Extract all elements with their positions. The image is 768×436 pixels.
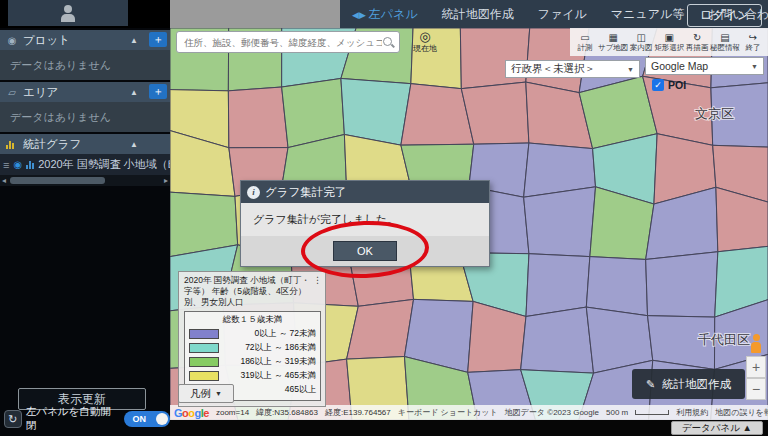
collapse-icon[interactable]: ▲ [130, 36, 138, 45]
bottom-bar: データパネル ▲ [170, 420, 768, 436]
auto-open-close-switch[interactable]: ON [124, 411, 170, 427]
legend-swatch [189, 329, 219, 339]
map-copyright: 地図データ ©2023 Google [505, 407, 599, 418]
poi-checkbox-row[interactable]: ✓ POI [652, 79, 686, 91]
menu-file[interactable]: ファイル [538, 6, 587, 23]
user-avatar-tab[interactable] [8, 0, 128, 26]
stats-graph-item[interactable]: ≡ ◉ 2020年 国勢調査 小地域（町丁 [0, 154, 170, 175]
checkbox-checked-icon[interactable]: ✓ [652, 79, 664, 91]
area-section-header[interactable]: ▱ エリア ▲ ＋ [0, 82, 170, 102]
scrollbar-thumb[interactable] [10, 177, 105, 184]
tool-redraw[interactable]: ↻再描画 [685, 29, 709, 55]
keyboard-shortcuts-link[interactable]: キーボード ショートカット [398, 407, 498, 418]
legend-row: 72以上 ～ 186未満 [189, 342, 316, 354]
scale-label: 500 m [606, 408, 628, 417]
longitude-readout: 経度:E139.764567 [325, 407, 391, 418]
dialog-title-bar[interactable]: i グラフ集計完了 [241, 181, 489, 203]
menu-left-panel[interactable]: ◀▶左パネル [352, 6, 418, 23]
address-search-box [176, 31, 400, 53]
zoom-in-button[interactable]: + [746, 356, 766, 378]
tool-sub-map[interactable]: ▦サブ地図 [598, 29, 628, 55]
kebab-menu-icon[interactable]: ⋮ [313, 275, 322, 287]
user-avatar-icon [58, 3, 78, 23]
scroll-left-icon[interactable]: ◂ [2, 175, 6, 186]
search-icon[interactable] [382, 36, 395, 49]
chevron-down-icon: ▼ [215, 390, 222, 397]
report-map-error-link[interactable]: 地図の誤りを報告する [715, 407, 768, 418]
pegman-icon[interactable] [748, 334, 764, 354]
plot-section-header[interactable]: ◉ プロット ▲ ＋ [0, 30, 170, 50]
menu-make-statistical-map[interactable]: 統計地図作成 [442, 6, 514, 23]
login-button[interactable]: ログイン [687, 4, 762, 27]
ok-button[interactable]: OK [333, 241, 397, 261]
legend-row: 319以上 ～ 465未満 [189, 370, 316, 382]
legend-header: 2020年 国勢調査 小地域（町丁・字等） 年齢（5歳階級、4区分）別、男女別人… [184, 275, 321, 308]
dialog-footer: OK [241, 236, 489, 266]
collapse-icon[interactable]: ▲ [130, 88, 138, 97]
legend-row: 0以上 ～ 72未満 [189, 328, 316, 340]
plot-section-title: プロット [23, 33, 70, 48]
area-icon: ▱ [6, 87, 18, 98]
map-region-label: 千代田区 [698, 332, 750, 347]
exit-icon: ↪ [749, 32, 757, 43]
data-panel-button[interactable]: データパネル ▲ [671, 421, 763, 435]
top-header: ◀▶左パネル 統計地図作成 ファイル マニュアル等 お問い合わせ ログイン [0, 0, 768, 28]
info-icon: i [247, 186, 260, 199]
collapse-icon[interactable]: ▲ [130, 140, 138, 149]
header-left [0, 0, 170, 28]
redraw-icon: ↻ [693, 32, 701, 43]
auto-toggle-icon[interactable]: ↻ [4, 410, 22, 428]
basemap-select[interactable]: Google Map ▼ [645, 57, 764, 75]
map-region-label: 文京区 [695, 106, 734, 121]
legend-swatch [189, 343, 219, 353]
map-status-bar: Google zoom=14 緯度:N35.684863 経度:E139.764… [170, 405, 768, 420]
dialog-title: グラフ集計完了 [265, 185, 346, 200]
legend-swatch [189, 371, 219, 381]
tool-confidential-info[interactable]: ▤秘匿情報 [710, 29, 740, 55]
terms-link[interactable]: 利用規約 [676, 407, 708, 418]
zoom-control: + − [746, 356, 766, 400]
measure-icon: ▭ [580, 32, 589, 43]
crosshair-icon: ◎ [408, 30, 442, 43]
scroll-right-icon[interactable]: ▸ [164, 175, 168, 186]
latitude-readout: 緯度:N35.684863 [256, 407, 318, 418]
tool-rect-select[interactable]: ▣矩形選択 [654, 29, 684, 55]
chevron-down-icon: ▼ [627, 66, 634, 73]
add-area-button[interactable]: ＋ [149, 84, 167, 99]
make-statistical-map-button[interactable]: ✎ 統計地図作成 [632, 369, 745, 399]
stats-graph-item-label: 2020年 国勢調査 小地域（町丁 [38, 157, 170, 172]
legend-row: 186以上 ～ 319未満 [189, 356, 316, 368]
dialog-message: グラフ集計が完了しました。 [241, 203, 489, 236]
target-icon: ◉ [13, 159, 22, 170]
map-canvas[interactable]: 文京区千代田区 ◎ 現在地 ▭計測 ▦サブ地図 ◫案内図 ▣矩形選択 ↻再描画 … [170, 28, 768, 420]
zoom-out-button[interactable]: − [746, 378, 766, 400]
search-input[interactable] [184, 37, 382, 48]
area-empty-message: データはありません [0, 102, 170, 132]
left-panel: ◉ プロット ▲ ＋ データはありません ▱ エリア ▲ ＋ データはありません… [0, 28, 170, 436]
tool-measure[interactable]: ▭計測 [573, 29, 597, 55]
menu-manual[interactable]: マニュアル等 [611, 6, 684, 23]
add-plot-button[interactable]: ＋ [149, 32, 167, 47]
bar-chart-icon [6, 140, 18, 149]
toggle-knob [156, 413, 168, 425]
legend-swatch [189, 357, 219, 367]
current-location-button[interactable]: ◎ 現在地 [408, 30, 442, 54]
panel-toggle-icon: ◀▶ [352, 10, 366, 20]
admin-boundary-select[interactable]: 行政界＜未選択＞ ▼ [505, 60, 640, 78]
zoom-level: zoom=14 [216, 408, 249, 417]
legend-toggle-button[interactable]: 凡例 ▼ [178, 384, 234, 403]
pencil-icon: ✎ [646, 378, 655, 391]
pin-icon: ◉ [6, 35, 18, 46]
header-spacer [170, 0, 340, 28]
auto-open-close-label: 左パネルを自動開閉 [26, 405, 121, 433]
rect-select-icon: ▣ [664, 32, 673, 43]
confidential-info-icon: ▤ [720, 32, 729, 43]
poi-label: POI [668, 79, 686, 91]
horizontal-scrollbar[interactable]: ◂ ▸ [0, 175, 170, 186]
stats-graph-section-header[interactable]: 統計グラフ ▲ [0, 134, 170, 154]
list-icon: ≡ [3, 159, 9, 171]
tool-guide-map[interactable]: ◫案内図 [629, 29, 653, 55]
jstat-map-app: ◀▶左パネル 統計地図作成 ファイル マニュアル等 お問い合わせ ログイン ◉ … [0, 0, 768, 436]
legend-box-title: 総数１５歳未満 [189, 314, 316, 326]
tool-exit[interactable]: ↪終了 [741, 29, 765, 55]
